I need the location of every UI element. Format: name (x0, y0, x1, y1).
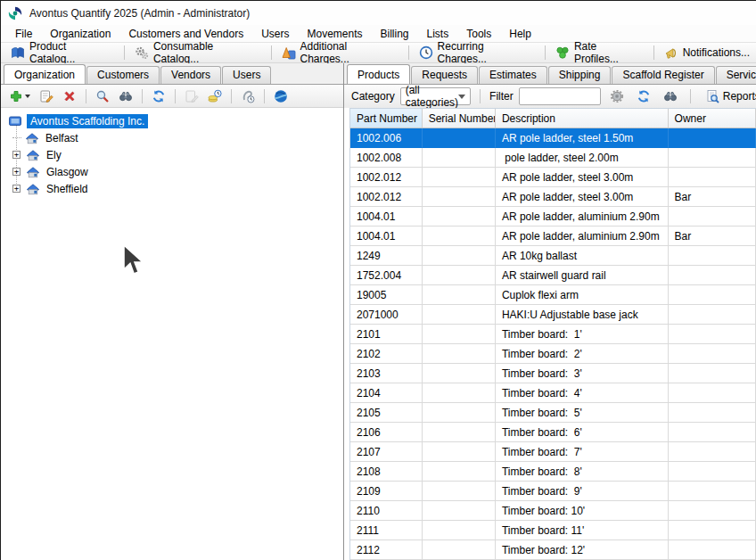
edit-disabled-icon (185, 89, 199, 103)
tree-root-row[interactable]: Avontus Scaffolding Inc. (4, 112, 340, 129)
add-button[interactable] (5, 86, 34, 106)
products-panel: Products Requests Estimates Shipping Sca… (344, 63, 756, 560)
cell-part: 2105 (350, 403, 423, 423)
column-header-owner[interactable]: Owner (669, 109, 756, 128)
tab-products[interactable]: Products (347, 64, 410, 85)
cell-part: 1002.006 (350, 128, 423, 148)
toolbar-separator (690, 89, 691, 103)
tab-scaffold-register[interactable]: Scaffold Register (612, 66, 714, 84)
app-logo-icon (8, 6, 22, 21)
cell-serial (423, 325, 496, 344)
manage-categories-button[interactable] (606, 86, 628, 106)
cell-part: 1249 (350, 246, 423, 266)
tree-item-belfast[interactable]: Belfast (8, 129, 340, 146)
cell-description: Timber board: 6' (496, 423, 669, 442)
delete-button[interactable] (59, 86, 80, 106)
cell-part: 2103 (350, 364, 423, 383)
cell-description: AR pole ladder, steel 3.00m (496, 187, 669, 207)
table-row[interactable]: 2105Timber board: 5' (350, 403, 756, 423)
rates-clock-icon (208, 89, 222, 103)
tab-service-tickets[interactable]: Service Tickets (716, 66, 756, 84)
toolbar-separator (231, 89, 232, 103)
cell-owner (669, 148, 756, 168)
cell-description: Timber board: 1' (496, 325, 669, 344)
cell-serial (423, 128, 496, 148)
tab-customers[interactable]: Customers (86, 66, 160, 84)
table-row[interactable]: 2109Timber board: 9' (350, 482, 756, 501)
branch-icon (26, 182, 40, 196)
table-row[interactable]: 2104Timber board: 4' (350, 383, 756, 403)
tree-item-sheffield[interactable]: + Sheffield (8, 180, 340, 197)
tab-estimates[interactable]: Estimates (479, 66, 547, 84)
category-label: Category (351, 90, 395, 103)
cell-part: 2106 (350, 423, 423, 442)
column-header-part-number[interactable]: Part Number (350, 109, 423, 128)
refresh-button[interactable] (148, 86, 169, 106)
table-row[interactable]: 1002.012AR pole ladder, steel 3.00mBar (350, 187, 756, 207)
tree-item-label[interactable]: Glasgow (44, 165, 91, 179)
table-row[interactable]: 1002.006AR pole ladder, steel 1.50m (350, 128, 756, 148)
tree-root-label[interactable]: Avontus Scaffolding Inc. (27, 114, 148, 128)
cell-owner (669, 442, 756, 462)
table-row[interactable]: 2103Timber board: 3' (350, 364, 756, 383)
refresh-products-button[interactable] (633, 86, 654, 106)
tree-children: Belfast + Ely + Glasgow + (8, 129, 340, 197)
table-row[interactable]: 2112Timber board: 12' (350, 540, 756, 560)
tab-users[interactable]: Users (222, 66, 271, 84)
toolbar-button-label: Notifications... (683, 46, 750, 59)
expand-plus-icon[interactable]: + (12, 151, 21, 159)
tree-item-label[interactable]: Sheffield (44, 182, 90, 196)
audit-history-button[interactable] (237, 86, 259, 106)
table-row[interactable]: 1249AR 10kg ballast (350, 246, 756, 266)
table-row[interactable]: 2106Timber board: 6' (350, 423, 756, 442)
tab-organization[interactable]: Organization (4, 64, 86, 85)
rate-profiles-icon (555, 45, 570, 60)
column-header-serial-number[interactable]: Serial Number (423, 109, 496, 128)
tree-item-ely[interactable]: + Ely (8, 146, 340, 163)
reports-button[interactable]: Reports (700, 86, 756, 106)
view-details-button[interactable] (92, 86, 113, 106)
tree-item-label[interactable]: Ely (44, 148, 64, 162)
table-row[interactable]: 2110Timber board: 10' (350, 501, 756, 521)
tree-item-label[interactable]: Belfast (43, 131, 81, 145)
expand-plus-icon[interactable]: + (12, 185, 21, 193)
edit-button[interactable] (36, 86, 57, 106)
toolbar-separator (271, 45, 272, 60)
table-row[interactable]: 2102Timber board: 2' (350, 344, 756, 364)
table-row[interactable]: 2071000HAKI:U Adjustable base jack (350, 305, 756, 325)
cell-serial (423, 305, 496, 325)
tab-shipping[interactable]: Shipping (548, 66, 612, 84)
notifications-button[interactable]: Notifications... (658, 43, 756, 62)
table-row[interactable]: 19005Cuplok flexi arm (350, 285, 756, 305)
cell-part: 2112 (350, 540, 423, 560)
table-row[interactable]: 2107Timber board: 7' (350, 442, 756, 462)
cell-part: 1004.01 (350, 207, 423, 226)
cell-serial (423, 226, 496, 246)
table-row[interactable]: 1002.008 pole ladder, steel 2.00m (350, 148, 756, 168)
tab-vendors[interactable]: Vendors (160, 66, 221, 84)
cell-description: pole ladder, steel 2.00m (496, 148, 669, 168)
title-bar: Avontus Quantify 2025 (Admin - Administr… (1, 1, 756, 25)
rates-history-button[interactable] (204, 86, 226, 106)
find-button[interactable] (115, 86, 136, 106)
map-button[interactable] (270, 86, 292, 106)
organization-toolbar (1, 85, 343, 108)
cell-serial (423, 423, 496, 442)
table-row[interactable]: 2101Timber board: 1' (350, 325, 756, 344)
table-row[interactable]: 1004.01AR pole ladder, aluminium 2.90mBa… (350, 226, 756, 246)
table-row[interactable]: 1752.004AR stairwell guard rail (350, 266, 756, 285)
tree-item-glasgow[interactable]: + Glasgow (8, 163, 340, 180)
table-row[interactable]: 1002.012AR pole ladder, steel 3.00m (350, 168, 756, 187)
tab-requests[interactable]: Requests (411, 66, 478, 84)
filter-input[interactable] (519, 87, 601, 105)
cell-serial (423, 148, 496, 168)
expand-plus-icon[interactable]: + (12, 168, 21, 176)
table-row[interactable]: 2108Timber board: 8' (350, 462, 756, 482)
find-products-button[interactable] (660, 86, 681, 106)
column-header-description[interactable]: Description (496, 109, 669, 128)
category-select[interactable]: (all categories) (400, 87, 471, 105)
cell-serial (423, 501, 496, 521)
table-row[interactable]: 2111Timber board: 11' (350, 521, 756, 540)
products-table: Part Number Serial Number Description Ow… (349, 108, 756, 560)
table-row[interactable]: 1004.01AR pole ladder, aluminium 2.90m (350, 207, 756, 226)
